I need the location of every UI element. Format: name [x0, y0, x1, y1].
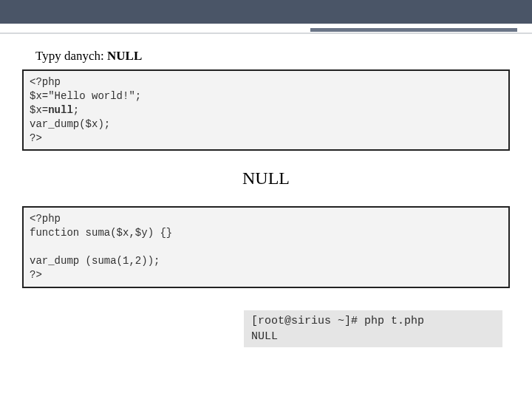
code1-line3a: $x=: [30, 104, 48, 116]
terminal-output: [root@sirius ~]# php t.php NULL: [244, 310, 502, 347]
code1-line3c: ;: [73, 104, 79, 116]
code1-line1: <?php: [30, 76, 61, 88]
code1-line4: var_dump($x);: [30, 118, 110, 130]
code2-line2: function suma($x,$y) {}: [30, 227, 172, 239]
code2-line5: ?>: [30, 269, 42, 281]
code-box-1: <?php $x="Hello world!"; $x=null; var_du…: [22, 69, 510, 151]
code2-line4: var_dump (suma(1,2));: [30, 255, 160, 267]
terminal-line2: NULL: [251, 330, 278, 343]
slide-content: Typy danych: NULL <?php $x="Hello world!…: [0, 40, 532, 347]
code1-line3b: null: [48, 104, 73, 116]
code2-line1: <?php: [30, 213, 61, 225]
slide-rule-area: [0, 25, 532, 40]
title-prefix: Typy danych:: [35, 49, 107, 63]
code1-line2: $x="Hello world!";: [30, 90, 141, 102]
rule-short: [310, 28, 517, 32]
code1-line5: ?>: [30, 132, 42, 144]
terminal-line1: [root@sirius ~]# php t.php: [251, 315, 424, 327]
slide-title: Typy danych: NULL: [35, 49, 510, 64]
code-box-2: <?php function suma($x,$y) {} var_dump (…: [22, 206, 510, 287]
slide-top-band: [0, 0, 532, 24]
output-1: NULL: [22, 168, 510, 188]
rule-long: [0, 33, 532, 34]
title-bold: NULL: [107, 49, 142, 63]
